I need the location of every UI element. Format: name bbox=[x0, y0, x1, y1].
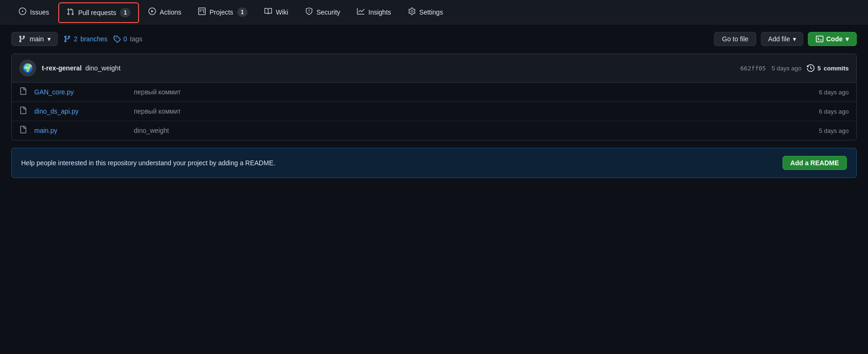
commit-info: t-rex-general dino_weight bbox=[42, 64, 735, 72]
branches-icon bbox=[63, 35, 71, 43]
file-time-1: 6 days ago bbox=[819, 108, 849, 115]
pull-requests-badge: 1 bbox=[120, 8, 131, 17]
nav-tabs: Issues Pull requests 1 Actions Projects … bbox=[0, 0, 868, 24]
tag-icon bbox=[113, 35, 121, 43]
file-name-0[interactable]: GAN_core.py bbox=[34, 88, 128, 96]
file-icon bbox=[19, 126, 29, 135]
tab-insights-label: Insights bbox=[368, 8, 391, 16]
file-row: dino_ds_api.py первый коммит 6 days ago bbox=[12, 102, 856, 121]
branches-count: 2 bbox=[74, 35, 78, 43]
readme-banner: Help people interested in this repositor… bbox=[11, 148, 857, 178]
tab-actions[interactable]: Actions bbox=[141, 3, 189, 22]
file-time-2: 5 days ago bbox=[819, 127, 849, 134]
tab-settings-label: Settings bbox=[419, 8, 443, 16]
commit-hash[interactable]: 662ff05 bbox=[740, 65, 766, 72]
commits-count: 5 bbox=[817, 65, 821, 72]
tab-settings[interactable]: Settings bbox=[401, 3, 451, 22]
file-time-0: 6 days ago bbox=[819, 89, 849, 96]
code-chevron: ▾ bbox=[845, 35, 849, 43]
code-label: Code bbox=[826, 35, 843, 43]
tab-wiki-label: Wiki bbox=[276, 8, 288, 16]
commit-header: 🌍 t-rex-general dino_weight 662ff05 5 da… bbox=[12, 54, 856, 83]
tab-pull-requests-label: Pull requests bbox=[78, 9, 116, 16]
tags-label: tags bbox=[130, 35, 142, 43]
file-commit-msg-1: первый коммит bbox=[134, 108, 813, 115]
commit-message: dino_weight bbox=[85, 64, 121, 72]
file-commit-msg-2: dino_weight bbox=[134, 127, 813, 134]
commits-label: commits bbox=[824, 65, 849, 72]
add-file-chevron: ▾ bbox=[793, 35, 796, 43]
avatar: 🌍 bbox=[19, 60, 36, 77]
file-commit-msg-0: первый коммит bbox=[134, 88, 813, 96]
tab-actions-label: Actions bbox=[160, 8, 181, 16]
tab-insights[interactable]: Insights bbox=[349, 3, 398, 22]
projects-badge: 1 bbox=[237, 8, 248, 17]
toolbar-right: Go to file Add file ▾ Code ▾ bbox=[714, 32, 857, 46]
code-icon bbox=[816, 35, 823, 43]
wiki-icon bbox=[264, 8, 272, 17]
tags-link[interactable]: 0 tags bbox=[113, 35, 142, 43]
security-icon bbox=[305, 8, 313, 17]
toolbar-left: main ▾ 2 branches 0 tags bbox=[11, 32, 706, 46]
issues-icon bbox=[19, 8, 26, 17]
tab-pull-requests[interactable]: Pull requests 1 bbox=[58, 2, 139, 22]
pull-requests-icon bbox=[67, 8, 74, 17]
branch-selector[interactable]: main ▾ bbox=[11, 32, 58, 46]
add-file-label: Add file bbox=[768, 35, 790, 43]
tab-projects-label: Projects bbox=[209, 8, 233, 16]
file-row: GAN_core.py первый коммит 6 days ago bbox=[12, 83, 856, 102]
file-name-1[interactable]: dino_ds_api.py bbox=[34, 108, 128, 115]
file-row: main.py dino_weight 5 days ago bbox=[12, 121, 856, 140]
history-icon bbox=[807, 64, 814, 72]
tab-projects[interactable]: Projects 1 bbox=[191, 3, 255, 22]
file-icon bbox=[19, 87, 29, 97]
file-name-2[interactable]: main.py bbox=[34, 127, 128, 134]
tags-count: 0 bbox=[124, 35, 127, 43]
commit-author[interactable]: t-rex-general bbox=[42, 64, 82, 72]
add-file-button[interactable]: Add file ▾ bbox=[761, 32, 803, 46]
commits-link[interactable]: 5 commits bbox=[807, 64, 849, 72]
branches-label: branches bbox=[80, 35, 108, 43]
file-icon bbox=[19, 107, 29, 116]
tab-issues[interactable]: Issues bbox=[11, 3, 56, 22]
settings-icon bbox=[408, 8, 416, 17]
tab-wiki[interactable]: Wiki bbox=[257, 3, 295, 22]
branch-label: main bbox=[30, 35, 44, 43]
actions-icon bbox=[148, 8, 156, 17]
projects-icon bbox=[198, 8, 206, 17]
commit-time: 5 days ago bbox=[772, 65, 802, 72]
readme-text: Help people interested in this repositor… bbox=[21, 159, 275, 167]
tab-issues-label: Issues bbox=[30, 8, 49, 16]
code-button[interactable]: Code ▾ bbox=[808, 32, 857, 46]
file-table: 🌍 t-rex-general dino_weight 662ff05 5 da… bbox=[11, 54, 857, 140]
toolbar: main ▾ 2 branches 0 tags Go to file Add … bbox=[0, 24, 868, 54]
insights-icon bbox=[357, 8, 364, 17]
go-to-file-button[interactable]: Go to file bbox=[714, 32, 756, 46]
add-readme-button[interactable]: Add a README bbox=[783, 156, 847, 170]
tab-security[interactable]: Security bbox=[298, 3, 348, 22]
branches-link[interactable]: 2 branches bbox=[63, 35, 107, 43]
branch-icon bbox=[18, 35, 26, 43]
tab-security-label: Security bbox=[317, 8, 341, 16]
commit-meta: 662ff05 5 days ago 5 commits bbox=[740, 64, 849, 72]
branch-chevron: ▾ bbox=[47, 35, 51, 43]
